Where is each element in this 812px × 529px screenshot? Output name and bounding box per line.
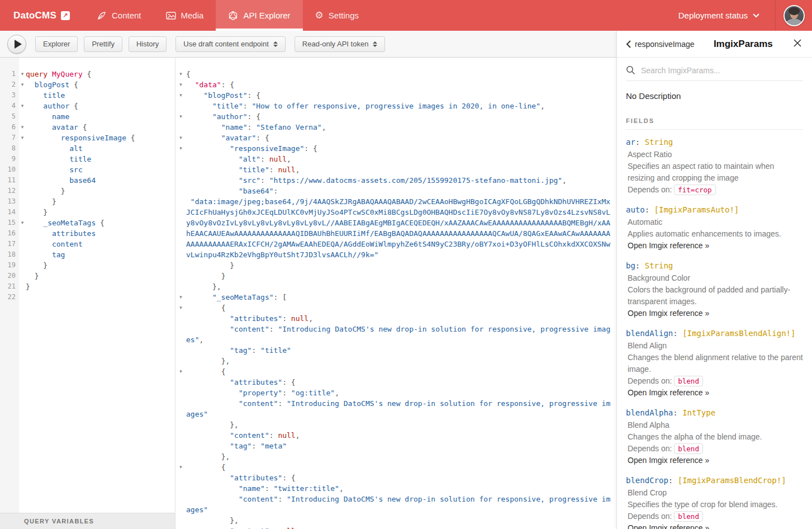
sort-arrows-icon xyxy=(373,41,377,47)
tab-settings[interactable]: ⚙ Settings xyxy=(303,0,371,31)
explorer-button[interactable]: Explorer xyxy=(35,36,78,52)
code-text: "name": "twitter:title", xyxy=(186,483,612,494)
fold-gutter xyxy=(175,164,186,175)
doc-close-button[interactable] xyxy=(792,39,803,49)
code-text: } xyxy=(26,186,175,196)
result-line: } xyxy=(175,271,612,281)
field-name-link[interactable]: blendAlign xyxy=(626,329,673,338)
field-name-link[interactable]: ar xyxy=(626,138,635,147)
fold-arrow-icon[interactable]: ▾ xyxy=(175,303,186,313)
fold-arrow-icon[interactable]: ▾ xyxy=(175,133,186,143)
code-text: "_seoMetaTags": [ xyxy=(186,292,612,303)
fold-gutter xyxy=(175,345,186,356)
deployment-status-label: Deployment status xyxy=(678,11,748,20)
result-viewer[interactable]: ▾{▾ "data": {▾ "blogPost": { "title": "H… xyxy=(175,58,616,529)
fold-arrow-icon[interactable]: ▾ xyxy=(175,69,186,79)
imgix-reference-link[interactable]: Open Imgix reference » xyxy=(626,522,803,529)
field-name-link[interactable]: bg xyxy=(626,261,635,270)
query-line: 21} xyxy=(0,281,175,292)
fold-arrow-icon[interactable]: ▾ xyxy=(19,101,26,111)
code-text: }, xyxy=(186,356,612,366)
doc-explorer-panel: responsiveImage ImgixParams No Descripti… xyxy=(616,31,812,529)
field-type-link[interactable]: [ImgixParamsAuto!] xyxy=(654,205,739,214)
result-line: "base64": xyxy=(175,186,612,196)
query-editor[interactable]: 1▾query MyQuery {2▾ blogPost {3 title4▾ … xyxy=(0,58,175,513)
user-avatar[interactable] xyxy=(783,5,805,26)
code-text: "name": "Stefano Verna", xyxy=(186,122,612,133)
tab-api-explorer[interactable]: API Explorer xyxy=(216,0,302,31)
field-type-link[interactable]: String xyxy=(645,261,673,270)
code-text: "blogPost": { xyxy=(186,90,612,101)
api-token-select[interactable]: Read-only API token xyxy=(295,36,386,52)
result-line: "content": null, xyxy=(175,526,612,529)
line-number: 15 xyxy=(0,218,19,228)
code-text: "property": "og:title", xyxy=(186,388,612,398)
fold-arrow-icon[interactable]: ▾ xyxy=(175,143,186,154)
fold-gutter xyxy=(19,90,26,101)
brand-logo[interactable]: DatoCMS ↗ xyxy=(0,0,84,31)
fold-arrow-icon[interactable]: ▾ xyxy=(175,292,186,303)
tab-media[interactable]: Media xyxy=(154,0,216,31)
result-line: ▾ "blogPost": { xyxy=(175,90,612,101)
field-name-link[interactable]: auto xyxy=(626,205,645,214)
field-title: Background Color xyxy=(626,272,803,284)
field-title: Blend Crop xyxy=(626,487,803,499)
fold-arrow-icon[interactable]: ▾ xyxy=(19,133,26,143)
fold-arrow-icon[interactable]: ▾ xyxy=(175,90,186,101)
code-text: alt xyxy=(26,143,175,154)
fold-arrow-icon[interactable]: ▾ xyxy=(19,69,26,79)
query-variables-header[interactable]: QUERY VARIABLES xyxy=(0,513,175,529)
query-line: 9 title xyxy=(0,154,175,164)
execute-query-button[interactable] xyxy=(7,35,26,54)
field-type-link[interactable]: [ImgixParamsBlendCrop!] xyxy=(678,476,786,485)
field-signature: blendAlign: [ImgixParamsBlendAlign!] xyxy=(626,329,803,338)
query-line: 11 base64 xyxy=(0,175,175,186)
fold-arrow-icon[interactable]: ▾ xyxy=(19,79,26,90)
field-name-link[interactable]: blendCrop xyxy=(626,476,668,485)
fold-arrow-icon[interactable]: ▾ xyxy=(175,111,186,122)
deployment-status-button[interactable]: Deployment status xyxy=(663,0,775,31)
fold-arrow-icon[interactable]: ▾ xyxy=(19,122,26,133)
result-line: }, xyxy=(175,419,612,430)
tab-content[interactable]: Content xyxy=(84,0,154,31)
line-number: 9 xyxy=(0,154,19,164)
field-name-link[interactable]: blendAlpha xyxy=(626,408,673,417)
imgix-reference-link[interactable]: Open Imgix reference » xyxy=(626,455,803,466)
imgix-reference-link[interactable]: Open Imgix reference » xyxy=(626,240,803,252)
depends-chip: blend xyxy=(674,511,703,522)
query-line: 3 title xyxy=(0,90,175,101)
code-text: }, xyxy=(186,419,612,430)
doc-back-link[interactable]: responsiveImage xyxy=(626,40,695,49)
query-line: 19 } xyxy=(0,260,175,271)
imgix-reference-link[interactable]: Open Imgix reference » xyxy=(626,308,803,319)
code-text: { xyxy=(186,462,612,473)
endpoint-select[interactable]: Use draft content endpoint xyxy=(175,36,286,52)
sort-arrows-icon xyxy=(273,41,278,47)
result-line: "property": "og:title", xyxy=(175,388,612,398)
field-type-link[interactable]: IntType xyxy=(682,408,715,417)
doc-search-input[interactable] xyxy=(641,66,803,75)
field-description: Specifies an aspect ratio to maintain wh… xyxy=(626,160,803,184)
line-number: 8 xyxy=(0,143,19,154)
field-description: Colors the background of padded and part… xyxy=(626,284,803,308)
code-text: } xyxy=(26,271,175,281)
field-depends-row: Depends on: blend xyxy=(626,511,803,522)
query-line: 4▾ author { xyxy=(0,101,175,111)
line-number: 14 xyxy=(0,207,19,218)
field-type-link[interactable]: String xyxy=(645,138,673,147)
fold-arrow-icon[interactable]: ▾ xyxy=(175,366,186,377)
fold-gutter xyxy=(19,271,26,281)
result-line: ▾ "avatar": { xyxy=(175,133,612,143)
fold-arrow-icon[interactable]: ▾ xyxy=(19,218,26,228)
field-signature: ar: String xyxy=(626,138,803,147)
history-button[interactable]: History xyxy=(129,36,167,52)
top-navigation: DatoCMS ↗ Content Media API Explorer ⚙ S… xyxy=(0,0,812,31)
field-type-link[interactable]: [ImgixParamsBlendAlign!] xyxy=(682,329,795,338)
code-text: avatar { xyxy=(26,122,175,133)
fold-arrow-icon[interactable]: ▾ xyxy=(175,462,186,473)
code-text: "src": "https://www.datocms-assets.com/2… xyxy=(186,175,612,186)
fold-gutter xyxy=(175,451,186,462)
prettify-button[interactable]: Prettify xyxy=(84,36,122,52)
fold-arrow-icon[interactable]: ▾ xyxy=(175,79,186,90)
imgix-reference-link[interactable]: Open Imgix reference » xyxy=(626,387,803,399)
